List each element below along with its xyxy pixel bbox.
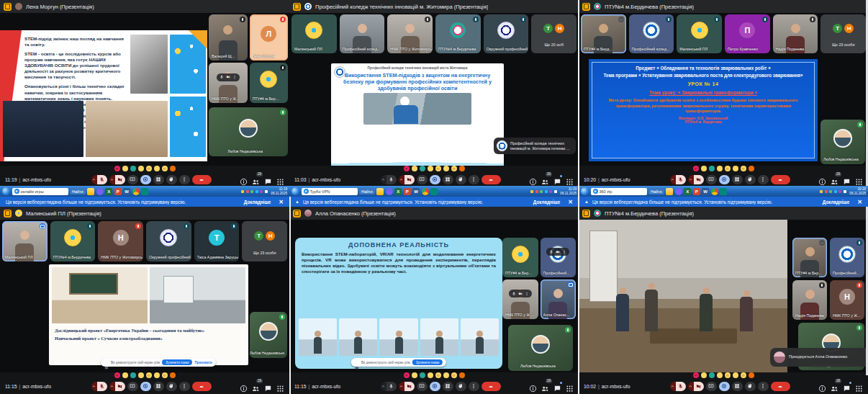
reaction-think-icon[interactable] <box>459 372 465 378</box>
viber-app-icon[interactable] <box>386 188 393 195</box>
reaction-heart-icon[interactable]: ♥ <box>693 166 699 171</box>
raise-hand-button[interactable] <box>166 382 177 391</box>
warning-close-icon[interactable]: ✕ <box>568 199 573 205</box>
people-icon[interactable]: 29 <box>831 176 838 184</box>
chevron-up-icon[interactable] <box>688 382 694 391</box>
taskbar-search-input[interactable]: e360 zip <box>591 188 647 195</box>
viber-app-icon[interactable] <box>675 188 682 195</box>
change-layout-button[interactable] <box>732 175 743 184</box>
mic-icon[interactable] <box>549 250 553 254</box>
reaction-laugh-icon[interactable]: ☺ <box>435 372 441 378</box>
reaction-heart-icon[interactable]: ♥ <box>114 166 120 171</box>
word-app-icon[interactable]: W <box>123 188 130 195</box>
raise-hand-button[interactable] <box>456 382 466 391</box>
viber-app-icon[interactable] <box>96 188 104 195</box>
camera-icon[interactable] <box>226 75 230 79</box>
participant-tile[interactable]: ТНЩе 23 особи <box>820 14 866 53</box>
tile-controls-pill[interactable] <box>509 290 532 297</box>
end-call-button[interactable] <box>482 175 501 184</box>
activities-button[interactable] <box>140 175 151 184</box>
reaction-surprise-icon[interactable] <box>443 166 449 171</box>
apps-grid-icon[interactable] <box>855 382 863 390</box>
camera-icon[interactable] <box>518 292 523 296</box>
excel-app-icon[interactable]: X <box>105 188 112 195</box>
chat-icon[interactable] <box>843 176 851 184</box>
tray-icon[interactable] <box>554 190 557 193</box>
folder-app-icon[interactable] <box>376 188 384 195</box>
warning-more-link[interactable]: Докладніше <box>244 200 271 205</box>
raise-hand-button[interactable] <box>745 382 756 391</box>
info-icon[interactable] <box>240 382 248 390</box>
reaction-sad-icon[interactable]: ☺ <box>162 166 168 171</box>
apps-grid-icon[interactable] <box>276 176 284 184</box>
present-button[interactable] <box>706 382 717 391</box>
ppt-app-icon[interactable]: P <box>114 188 122 195</box>
word-app-icon[interactable]: W <box>412 188 420 195</box>
participant-tile[interactable]: ПТУ#4 м.Бер... <box>502 238 538 277</box>
reaction-sad-icon[interactable]: ☺ <box>741 166 746 171</box>
search-find-button[interactable]: Найти <box>648 188 664 194</box>
activities-button[interactable] <box>719 175 730 184</box>
reaction-party-icon[interactable] <box>420 166 425 171</box>
activities-button[interactable] <box>430 175 440 184</box>
reaction-surprise-icon[interactable] <box>154 372 160 378</box>
tile-controls-pill[interactable] <box>546 248 569 256</box>
participant-tile[interactable]: ТНЩе 23 особи <box>242 221 287 261</box>
participant-tile[interactable]: ТНЩе 20 осіб <box>531 14 577 53</box>
mic-button[interactable] <box>670 382 686 391</box>
start-button-icon[interactable] <box>581 187 589 195</box>
reaction-surprise-icon[interactable] <box>443 372 449 378</box>
reaction-sad-icon[interactable]: ☺ <box>451 372 457 378</box>
reaction-surprise-icon[interactable] <box>733 372 738 378</box>
tile-controls-pill[interactable] <box>217 73 240 81</box>
reaction-clap-icon[interactable] <box>138 166 144 171</box>
more-icon[interactable] <box>232 75 237 79</box>
mic-button[interactable] <box>381 382 397 391</box>
reaction-thumbs-up-icon[interactable] <box>701 166 707 171</box>
change-layout-button[interactable] <box>443 382 453 391</box>
participant-tile[interactable]: ННМК ПТО у Ж... <box>830 280 864 320</box>
tray-icon[interactable] <box>540 190 543 193</box>
reaction-think-icon[interactable] <box>170 166 176 171</box>
change-layout-button[interactable] <box>443 175 453 184</box>
present-button[interactable] <box>127 382 138 391</box>
people-icon[interactable]: 30 <box>541 176 549 184</box>
pinned-participant-tile[interactable]: Любов Недашківська <box>508 325 573 371</box>
reaction-surprise-icon[interactable] <box>733 166 738 171</box>
reaction-thumbs-up-icon[interactable] <box>122 166 128 171</box>
participant-tile[interactable]: Окружний професійний лі... <box>146 221 191 261</box>
end-call-button[interactable] <box>771 382 790 391</box>
taskbar-search-input[interactable]: eонлайн игры <box>12 188 68 195</box>
present-button[interactable] <box>127 175 138 184</box>
chevron-up-icon[interactable] <box>109 382 115 391</box>
more-options-button[interactable] <box>469 175 479 184</box>
info-icon[interactable] <box>240 176 248 184</box>
more-options-button[interactable] <box>469 382 479 391</box>
mic-button[interactable] <box>381 175 397 184</box>
taskbar-search-input[interactable]: eТурбо VPN <box>302 188 358 195</box>
chevron-up-icon[interactable] <box>381 382 386 391</box>
reaction-heart-icon[interactable]: ♥ <box>404 166 410 171</box>
chat-icon[interactable] <box>553 176 561 184</box>
participant-tile[interactable]: Надія Поданева <box>773 14 818 53</box>
chevron-up-icon[interactable] <box>670 175 676 184</box>
meet-app-icon[interactable] <box>720 188 727 195</box>
camera-button[interactable] <box>109 175 125 184</box>
reaction-heart-icon[interactable]: ♥ <box>693 372 699 378</box>
reaction-think-icon[interactable] <box>749 166 754 171</box>
more-icon[interactable] <box>562 250 566 254</box>
reaction-laugh-icon[interactable]: ☺ <box>146 166 152 171</box>
info-icon[interactable] <box>818 382 826 390</box>
pinned-participant-tile[interactable]: Любов Недашківська <box>250 312 287 358</box>
chevron-up-icon[interactable] <box>399 382 404 391</box>
present-button[interactable] <box>417 382 428 391</box>
reaction-heart-icon[interactable]: ♥ <box>114 372 120 378</box>
apps-grid-icon[interactable] <box>566 176 574 184</box>
folder-app-icon[interactable] <box>87 188 94 195</box>
people-icon[interactable]: 29 <box>252 176 260 184</box>
reaction-thumbs-up-icon[interactable] <box>122 372 128 378</box>
activities-button[interactable] <box>719 382 730 391</box>
participant-tile[interactable]: ПТУ#4 м.Берд...⋯ <box>581 14 626 53</box>
reaction-thumbs-up-icon[interactable] <box>412 372 417 378</box>
warning-more-link[interactable]: Докладніше <box>533 200 560 205</box>
